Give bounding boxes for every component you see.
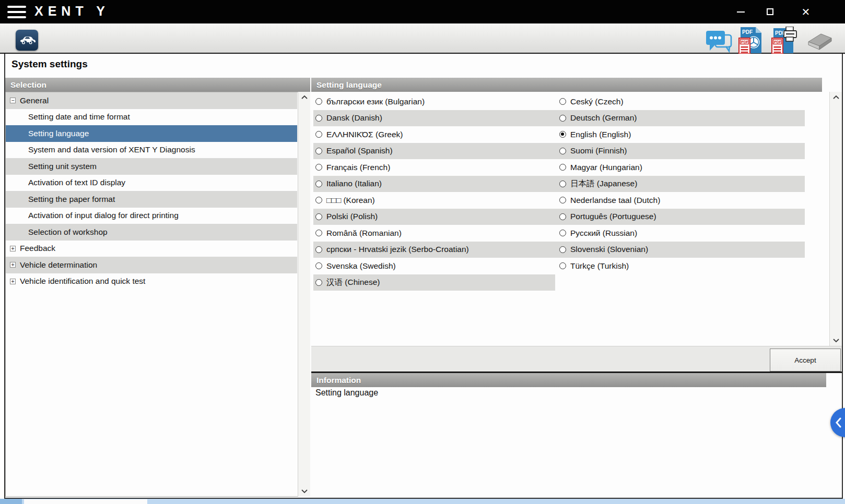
tree-item-setting-date-and-time-format[interactable]: Setting date and time format: [6, 109, 297, 126]
language-option-cesk-czech[interactable]: Ceský (Czech): [559, 93, 624, 110]
language-option-bulgarian[interactable]: български език (Bulgarian): [315, 93, 425, 110]
language-option-t-rk-e-turkish[interactable]: Türkçe (Turkish): [559, 258, 629, 274]
tree-item-selection-of-workshop[interactable]: Selection of workshop: [6, 224, 297, 241]
radio-unchecked-icon[interactable]: [315, 246, 322, 253]
vehicle-icon: [19, 35, 36, 45]
scroll-down-icon[interactable]: [298, 489, 310, 494]
expand-icon[interactable]: +: [10, 262, 16, 268]
radio-checked-icon[interactable]: [559, 131, 566, 138]
tree-item-feedback[interactable]: +Feedback: [6, 241, 297, 257]
language-option-portugu-s-portuguese[interactable]: Português (Portuguese): [559, 209, 656, 225]
collapse-icon[interactable]: −: [10, 98, 16, 103]
radio-unchecked-icon[interactable]: [559, 213, 566, 220]
radio-unchecked-icon[interactable]: [315, 98, 322, 105]
language-row: Français (French)Magyar (Hungarian): [313, 159, 805, 176]
radio-unchecked-icon[interactable]: [559, 115, 566, 122]
tree-item-vehicle-determination[interactable]: +Vehicle determination: [6, 257, 297, 273]
radio-unchecked-icon[interactable]: [315, 115, 322, 122]
radio-unchecked-icon[interactable]: [315, 164, 322, 171]
language-option-fran-ais-french[interactable]: Français (French): [315, 159, 390, 176]
expand-icon[interactable]: +: [10, 279, 16, 284]
tree-item-vehicle-identification-and-quick-test[interactable]: +Vehicle identification and quick test: [6, 273, 297, 290]
language-option-korean[interactable]: □□□ (Korean): [315, 192, 375, 209]
language-option-deutsch-german[interactable]: Deutsch (German): [559, 110, 637, 127]
language-label: Suomi (Finnish): [570, 146, 627, 155]
tree-item-label: Vehicle determination: [20, 260, 97, 270]
radio-unchecked-icon[interactable]: [559, 181, 566, 187]
language-label: Español (Spanish): [326, 146, 393, 155]
language-option-chinese[interactable]: 汉语 (Chinese): [315, 274, 380, 291]
tree-item-setting-the-paper-format[interactable]: Setting the paper format: [6, 191, 297, 208]
radio-unchecked-icon[interactable]: [315, 279, 322, 286]
menu-bar: [7, 16, 26, 18]
maximize-button[interactable]: [758, 0, 781, 23]
messages-button[interactable]: [705, 29, 733, 55]
tree-item-activation-of-input-dialog-for-direct-printing[interactable]: Activation of input dialog for direct pr…: [6, 208, 297, 224]
radio-unchecked-icon[interactable]: [315, 131, 322, 138]
vehicle-button[interactable]: [16, 30, 38, 51]
language-row: Svenska (Swedish)Türkçe (Turkish): [313, 258, 805, 274]
title-bar: XENT Y ✕: [0, 0, 845, 23]
language-option-magyar-hungarian[interactable]: Magyar (Hungarian): [559, 159, 642, 176]
scroll-down-icon[interactable]: [830, 338, 842, 343]
radio-unchecked-icon[interactable]: [559, 197, 566, 203]
language-option-hrvatski-jezik-serbo-croatian[interactable]: српски - Hrvatski jezik (Serbo-Croatian): [315, 242, 469, 258]
tree-item-label: Selection of workshop: [6, 227, 108, 237]
tree-item-general[interactable]: −General: [6, 92, 297, 109]
selection-scrollbar[interactable]: [298, 92, 310, 497]
language-option-nederlandse-taal-dutch[interactable]: Nederlandse taal (Dutch): [559, 192, 660, 209]
language-option-svenska-swedish[interactable]: Svenska (Swedish): [315, 258, 396, 274]
menu-bar: [7, 11, 26, 13]
language-option-rom-n-romanian[interactable]: Română (Romanian): [315, 225, 402, 242]
language-option-dansk-danish[interactable]: Dansk (Danish): [315, 110, 382, 127]
radio-unchecked-icon[interactable]: [315, 148, 322, 154]
language-scrollbar[interactable]: [829, 92, 842, 346]
language-option-polski-polish[interactable]: Polski (Polish): [315, 209, 378, 225]
accept-button[interactable]: Accept: [770, 349, 841, 371]
tree-item-system-and-data-version-of-xent-y-diagnosis[interactable]: System and data version of XENT Y Diagno…: [6, 142, 297, 159]
menu-icon[interactable]: [7, 6, 26, 18]
manuals-button[interactable]: [804, 30, 835, 54]
language-option-english-english[interactable]: English (English): [559, 126, 631, 143]
tree-item-setting-unit-system[interactable]: Setting unit system: [6, 158, 297, 175]
radio-unchecked-icon[interactable]: [559, 148, 566, 154]
language-option-slovenski-slovenian[interactable]: Slovenski (Slovenian): [559, 242, 648, 258]
tree-item-activation-of-text-id-display[interactable]: Activation of text ID display: [6, 175, 297, 191]
information-panel-title: Information: [316, 376, 361, 385]
accept-bar: Accept: [311, 346, 842, 371]
language-option-japanese[interactable]: 日本語 (Japanese): [559, 176, 637, 193]
pdf-document-button[interactable]: PDF PDF: [738, 27, 762, 57]
radio-unchecked-icon[interactable]: [559, 230, 566, 236]
minimize-icon: [737, 11, 745, 13]
minimize-button[interactable]: [729, 0, 752, 23]
language-option-espa-ol-spanish[interactable]: Español (Spanish): [315, 143, 393, 160]
taskbar-segment: [24, 499, 147, 504]
tree-item-label: Setting language: [6, 129, 89, 138]
language-label: Magyar (Hungarian): [570, 163, 642, 172]
radio-unchecked-icon[interactable]: [559, 262, 566, 269]
radio-unchecked-icon[interactable]: [315, 230, 322, 236]
scroll-up-icon[interactable]: [298, 95, 310, 100]
radio-unchecked-icon[interactable]: [315, 197, 322, 203]
close-button[interactable]: ✕: [794, 0, 817, 23]
expand-icon[interactable]: +: [10, 246, 16, 251]
tree-item-setting-language[interactable]: Setting language: [6, 125, 297, 142]
language-option-italiano-italian[interactable]: Italiano (Italian): [315, 176, 382, 193]
pdf-print-button[interactable]: PDF PDF: [771, 27, 797, 57]
scroll-up-icon[interactable]: [830, 95, 842, 100]
language-label: 汉语 (Chinese): [326, 277, 380, 288]
tree-item-label: General: [20, 96, 49, 105]
language-option-russian[interactable]: Русский (Russian): [559, 225, 637, 242]
radio-unchecked-icon[interactable]: [559, 164, 566, 171]
tree-item-label: Feedback: [20, 244, 55, 253]
taskbar-accent: [0, 499, 22, 504]
radio-unchecked-icon[interactable]: [315, 213, 322, 220]
radio-unchecked-icon[interactable]: [559, 98, 566, 105]
radio-unchecked-icon[interactable]: [559, 246, 566, 253]
radio-unchecked-icon[interactable]: [315, 262, 322, 269]
language-option-greek[interactable]: ΕΛΛΗΝΙΚΌΣ (Greek): [315, 126, 403, 143]
xentry-app-window: { "titlebar": { "logo": "XENT Y" }, "too…: [0, 0, 845, 504]
pdf-document-icon: PDF PDF: [738, 27, 762, 55]
language-option-suomi-finnish[interactable]: Suomi (Finnish): [559, 143, 627, 160]
radio-unchecked-icon[interactable]: [315, 181, 322, 187]
